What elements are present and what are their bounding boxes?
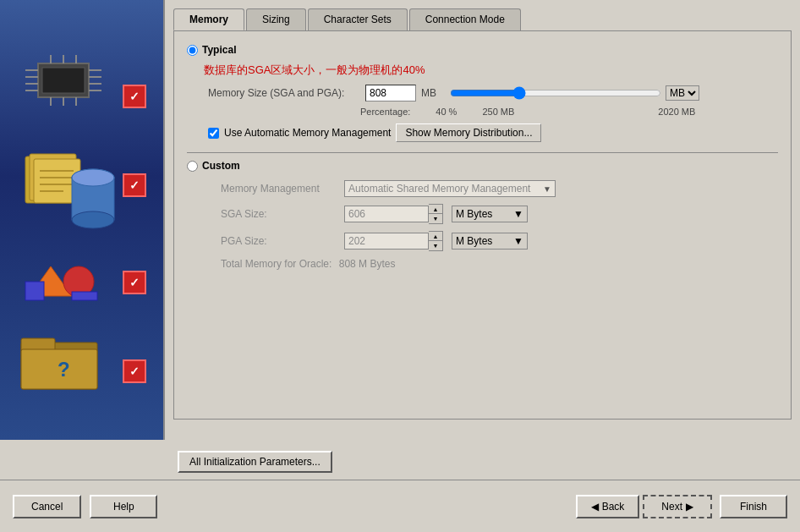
shapes-icon-area [21,250,114,304]
pga-spinner-buttons: ▲ ▼ [429,231,443,251]
pga-unit-arrow: ▼ [513,235,523,247]
percentage-row: Percentage: 40 % 250 MB 2020 MB [360,107,778,117]
sga-size-row: SGA Size: ▲ ▼ M Bytes ▼ [221,204,778,224]
annotation-text: 数据库的SGA区域大小，一般为物理机的40% [204,63,778,78]
memory-management-row: Memory Management Automatic Shared Memor… [221,180,778,197]
total-memory-value: 808 M Bytes [339,258,396,270]
sga-size-label: SGA Size: [221,208,339,220]
check-mark-1: ✓ [123,85,146,108]
tab-character-sets[interactable]: Character Sets [308,8,408,30]
sga-down-btn[interactable]: ▼ [429,214,442,223]
sga-unit-dropdown[interactable]: M Bytes ▼ [452,206,528,222]
shapes-icon [21,250,114,304]
next-button[interactable]: Next ▶ [643,495,712,518]
typical-group: Typical 数据库的SGA区域大小，一般为物理机的40% Memory Si… [187,44,778,142]
memory-management-value: Automatic Shared Memory Management [348,183,530,195]
sga-unit-value: M Bytes [456,208,492,220]
custom-radio-row: Custom [187,160,778,172]
tab-memory[interactable]: Memory [173,8,244,30]
next-label: Next [661,501,682,513]
check-mark-2: ✓ [123,173,146,197]
show-memory-btn[interactable]: Show Memory Distribution... [396,123,541,142]
back-arrow: ◀ [591,501,599,513]
pga-spinner: ▲ ▼ [344,231,443,251]
finish-button[interactable]: Finish [720,495,787,518]
sga-up-btn[interactable]: ▲ [429,205,442,214]
next-arrow: ▶ [686,501,693,513]
total-memory-label: Total Memory for Oracle: [221,258,332,270]
pga-input[interactable] [344,233,429,250]
check-mark-4: ✓ [123,359,146,383]
svg-rect-1 [42,68,85,93]
range-min: 250 MB [482,107,514,117]
sga-unit-arrow: ▼ [513,208,523,220]
folder-icon-area: ? [17,326,118,393]
memory-size-input[interactable]: 808 [365,85,416,101]
main-content: Memory Sizing Character Sets Connection … [165,0,800,440]
chip-icon-area [21,55,123,114]
back-label: Back [602,501,625,513]
back-button[interactable]: ◀ Back [576,495,639,518]
memory-slider[interactable] [450,86,661,100]
pga-size-label: PGA Size: [221,235,339,247]
sga-spinner-buttons: ▲ ▼ [429,204,443,224]
cylinder-svg [68,165,118,233]
tab-panel-memory: Typical 数据库的SGA区域大小，一般为物理机的40% Memory Si… [173,30,792,420]
sga-input[interactable] [344,206,429,222]
pga-up-btn[interactable]: ▲ [429,232,442,241]
cylinder-icon [68,165,118,233]
svg-rect-26 [72,292,97,300]
memory-management-label: Memory Management [221,183,339,195]
memory-size-label: Memory Size (SGA and PGA): [208,87,360,99]
pga-size-row: PGA Size: ▲ ▼ M Bytes ▼ [221,231,778,251]
percentage-value: 40 % [436,107,457,117]
tab-sizing[interactable]: Sizing [246,8,306,30]
dropdown-arrow-1: ▼ [543,184,551,194]
memory-management-dropdown[interactable]: Automatic Shared Memory Management ▼ [344,180,556,197]
typical-radio[interactable] [187,45,198,56]
tabs-bar: Memory Sizing Character Sets Connection … [173,8,792,30]
folder-icon: ? [17,326,110,393]
nav-buttons: ◀ Back Next ▶ Finish [576,495,787,518]
memory-size-row: Memory Size (SGA and PGA): 808 MB MB [208,85,778,101]
help-button[interactable]: Help [90,495,157,518]
auto-memory-label: Use Automatic Memory Management [224,127,391,139]
all-params-btn[interactable]: All Initialization Parameters... [178,451,332,473]
pga-unit-value: M Bytes [456,235,492,247]
pga-unit-dropdown[interactable]: M Bytes ▼ [452,233,528,250]
divider-1 [187,152,778,153]
tab-connection-mode[interactable]: Connection Mode [409,8,521,30]
pga-down-btn[interactable]: ▼ [429,241,442,250]
typical-label: Typical [202,44,236,56]
range-max: 2020 MB [658,107,695,117]
chip-icon [21,55,106,106]
cancel-button[interactable]: Cancel [13,495,81,518]
custom-group: Custom Memory Management Automatic Share… [187,160,778,270]
memory-unit-label: MB [421,87,436,99]
svg-rect-25 [25,282,44,300]
svg-text:?: ? [58,358,70,381]
svg-point-33 [72,211,114,228]
custom-label: Custom [202,160,240,172]
typical-radio-row: Typical [187,44,778,56]
auto-memory-row: Use Automatic Memory Management Show Mem… [208,123,778,142]
percentage-label: Percentage: [360,107,410,117]
check-mark-3: ✓ [123,271,146,294]
svg-point-34 [72,169,114,186]
bottom-bar: Cancel Help ◀ Back Next ▶ Finish [0,480,800,532]
auto-memory-checkbox[interactable] [208,128,219,139]
custom-radio[interactable] [187,161,198,172]
memory-slider-container: MB [450,85,778,101]
total-memory-row: Total Memory for Oracle: 808 M Bytes [221,258,778,270]
sga-spinner: ▲ ▼ [344,204,443,224]
memory-dropdown[interactable]: MB [666,85,699,101]
sidebar: ✓ ✓ ✓ [0,0,165,440]
